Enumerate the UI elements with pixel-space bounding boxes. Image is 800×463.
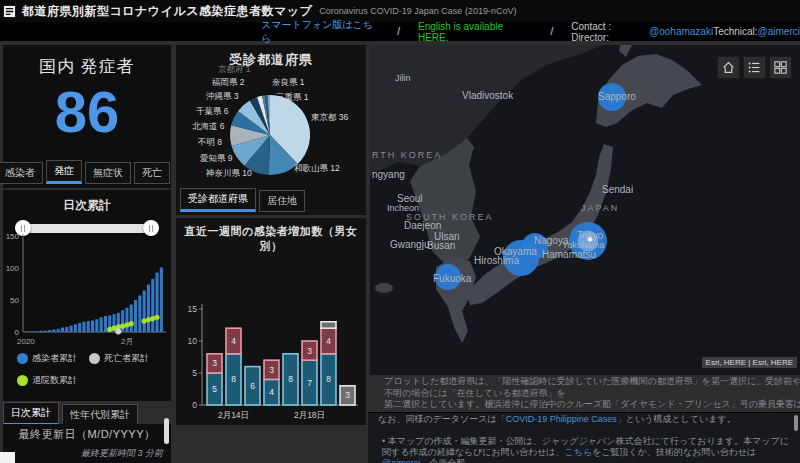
pie-label-東京都: 東京都 36: [311, 112, 349, 122]
daily-bar[interactable]: [104, 316, 107, 332]
philippine-cases-link[interactable]: COVID-19 Philippine Cases: [506, 414, 617, 424]
svg-text:0: 0: [192, 400, 197, 410]
death-dot[interactable]: [115, 328, 121, 334]
weekly-bar-2月19日-不明[interactable]: [321, 322, 336, 328]
case-type-tabs: 感染者発症無症状死亡: [0, 160, 173, 184]
daily-bar[interactable]: [70, 326, 73, 332]
map-label-Vladivostok: Vladivostok: [462, 90, 514, 101]
svg-text:6: 6: [250, 381, 255, 391]
daily-bar[interactable]: [91, 321, 94, 333]
map-canvas: JilinVladivostokSapporoRTH KOREAngyangSe…: [370, 45, 800, 375]
link-bar: スマートフォン版はこちら / English is available HERE…: [0, 22, 800, 41]
app-logo-icon: [3, 5, 16, 18]
technical-handle-link[interactable]: @aimerci: [758, 26, 800, 37]
covid-japan-dashboard: 都道府県別新型コロナウイルス感染症患者数マップ Coronavirus COVI…: [0, 0, 800, 463]
map-label-Yokohama: Yokohama: [562, 240, 604, 250]
footer-text: をご覧頂くか、技術的なお問い合わせは: [592, 447, 756, 457]
legend-dot: [17, 375, 28, 386]
map-note: プロットした都道府県は、「陽性確認時に受診していた医療機関の都道府県」を第一選択…: [370, 376, 800, 411]
tab-日次累計[interactable]: 日次累計: [3, 402, 59, 426]
pie-label-福岡県: 福岡県 2: [211, 77, 245, 87]
daily-bar[interactable]: [87, 321, 90, 332]
daily-bar[interactable]: [100, 317, 103, 332]
domestic-cases-count: 86: [3, 80, 171, 144]
map-label-Jilin: Jilin: [395, 73, 411, 83]
map-label-JAPAN: JAPAN: [581, 203, 619, 213]
footer-scrollbar[interactable]: [794, 415, 798, 431]
corner-widget: [0, 452, 15, 463]
daily-bar[interactable]: [78, 323, 81, 332]
svg-text:5: 5: [192, 368, 197, 378]
recovered-dot[interactable]: [154, 315, 159, 320]
svg-text:3: 3: [345, 390, 350, 400]
svg-text:4: 4: [326, 336, 331, 346]
footer-credit-line: • 本マップの作成・編集更新・公開は、ジャッグジャパン株式会社にて行っております…: [382, 436, 794, 463]
daily-bar[interactable]: [57, 329, 60, 332]
daily-bar[interactable]: [31, 331, 34, 332]
tab-感染者[interactable]: 感染者: [0, 162, 43, 184]
daily-bar[interactable]: [27, 331, 30, 332]
page-subtitle: Coronavirus COVID-19 Japan Case (2019-nC…: [319, 6, 516, 16]
daily-bar[interactable]: [48, 330, 51, 332]
pie-label-北海道: 北海道 6: [192, 121, 225, 131]
director-handle-link[interactable]: @oohamazaki: [649, 26, 713, 37]
map-label-ngyang: ngyang: [372, 169, 405, 180]
tab-死亡[interactable]: 死亡: [134, 162, 170, 184]
domestic-cases-title: 国内 発症者: [3, 55, 171, 78]
daily-bar[interactable]: [143, 290, 146, 332]
daily-bar[interactable]: [125, 308, 128, 332]
daily-bar[interactable]: [156, 273, 159, 333]
svg-text:4: 4: [231, 336, 236, 346]
daily-bar[interactable]: [95, 319, 98, 332]
daily-bar[interactable]: [130, 305, 133, 333]
kochira-link[interactable]: こちら: [565, 447, 593, 457]
refresh-interval-note: 最終更新時間 3 分前: [81, 447, 163, 460]
daily-bar[interactable]: [39, 331, 42, 332]
weekly-x-label: 2月14日: [218, 410, 249, 420]
map-basemap-button[interactable]: [769, 56, 792, 79]
tab-発症[interactable]: 発症: [46, 160, 82, 184]
aimerci-link[interactable]: @aimerci: [382, 458, 420, 463]
tab-受診都道府県[interactable]: 受診都道府県: [180, 188, 256, 212]
map-home-button[interactable]: [717, 56, 740, 79]
map-label-Busan: Busan: [427, 240, 455, 251]
pie-label-京都府: 京都府 1: [218, 64, 251, 74]
daily-bar[interactable]: [61, 328, 64, 333]
bullet-dot: •: [382, 436, 385, 446]
map-label-Fukuoka: Fukuoka: [433, 273, 472, 284]
footer-text: なお、同様のデータソースは「: [378, 414, 506, 424]
legend-item-感染者累計: 感染者累計: [17, 352, 89, 365]
pie-label-奈良県: 奈良県 1: [272, 77, 305, 87]
map-label-RTH KOREA: RTH KOREA: [372, 150, 442, 160]
left-panel-scrollbar[interactable]: [164, 418, 169, 444]
domestic-cases-panel: 国内 発症者 86 感染者発症無症状死亡: [3, 45, 171, 188]
daily-bar[interactable]: [35, 331, 38, 332]
daily-bar[interactable]: [160, 267, 163, 332]
japan-map[interactable]: JilinVladivostokSapporoRTH KOREAngyangSe…: [370, 45, 800, 375]
legend-dot: [17, 353, 28, 364]
map-note-line: プロットした都道府県は、「陽性確認時に受診していた医療機関の都道府県」を第一選択…: [384, 376, 800, 399]
mobile-version-link[interactable]: スマートフォン版はこちら: [261, 18, 379, 46]
tab-性年代別累計[interactable]: 性年代別累計: [62, 404, 138, 426]
daily-bar[interactable]: [44, 331, 47, 332]
daily-bar[interactable]: [134, 300, 137, 332]
daily-bar[interactable]: [65, 327, 68, 332]
english-version-link[interactable]: English is available HERE.: [418, 21, 532, 43]
legend-label: 死亡者累計: [104, 352, 149, 365]
map-legend-button[interactable]: [743, 56, 766, 79]
tab-居住地[interactable]: 居住地: [259, 190, 305, 212]
separator: /: [550, 26, 553, 37]
svg-text:2020: 2020: [17, 337, 35, 346]
daily-bar[interactable]: [52, 329, 55, 332]
tab-無症状[interactable]: 無症状: [85, 162, 131, 184]
daily-bar[interactable]: [151, 279, 154, 332]
daily-cumulative-panel: 日次累計 05010015020202月 感染者累計死亡者累計退院数累計: [3, 190, 171, 401]
daily-bar[interactable]: [138, 296, 141, 333]
daily-bar[interactable]: [74, 324, 77, 332]
contact-label: Contact : Director:: [571, 21, 649, 43]
daily-bar[interactable]: [147, 285, 150, 332]
recovered-dot[interactable]: [129, 321, 134, 326]
daily-bar[interactable]: [82, 322, 85, 332]
legend-label: 感染者累計: [32, 352, 77, 365]
legend-item-退院数累計: 退院数累計: [17, 374, 89, 387]
